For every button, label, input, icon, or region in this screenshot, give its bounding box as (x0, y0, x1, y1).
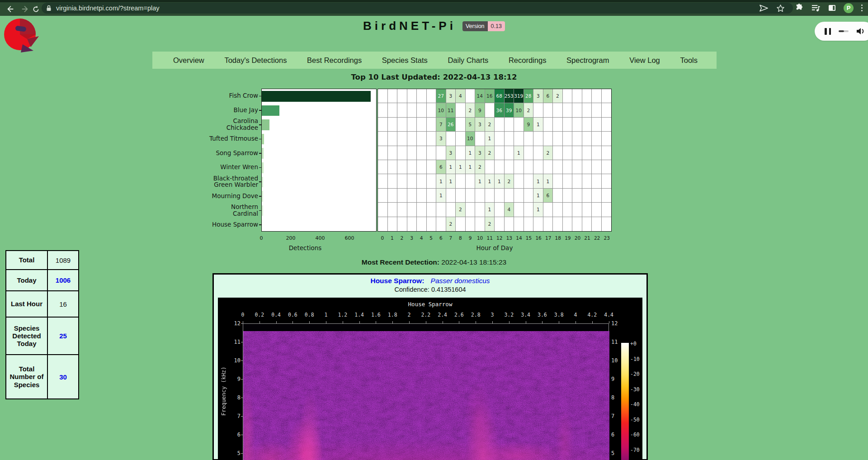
detection-scientific-name[interactable]: Passer domesticus (431, 277, 490, 285)
hour-tick-label: 18 (555, 235, 561, 241)
heatmap-cell (397, 103, 407, 117)
media-control-icon[interactable] (811, 4, 821, 12)
heatmap-cell (417, 189, 427, 203)
heatmap-cell (427, 146, 437, 160)
nav-item-daily-charts[interactable]: Daily Charts (448, 56, 488, 65)
heatmap-cell (524, 189, 534, 203)
reload-button[interactable] (29, 2, 42, 16)
nav-item-today-s-detections[interactable]: Today's Detections (224, 56, 287, 65)
nav-item-best-recordings[interactable]: Best Recordings (307, 56, 362, 65)
side-panel-icon[interactable] (828, 5, 836, 11)
xaxis-label-detections: Detections (289, 244, 322, 251)
heatmap-cell (407, 103, 417, 117)
heatmap-cell (592, 189, 602, 203)
heatmap-cell (592, 146, 602, 160)
heatmap-cell: 1 (466, 160, 476, 174)
heatmap-cell: 2 (485, 118, 495, 132)
heatmap-cell: 1 (485, 132, 495, 146)
heatmap-cell: 2 (485, 146, 495, 160)
time-tick-label: 3.6 (538, 312, 547, 318)
most-recent-label: Most Recent Detection: (362, 258, 439, 266)
heatmap-cell (563, 189, 573, 203)
heatmap-cell (514, 189, 524, 203)
send-icon[interactable] (760, 5, 768, 12)
nav-item-view-log[interactable]: View Log (629, 56, 660, 65)
detection-bar (262, 162, 264, 173)
stats-value[interactable]: 25 (48, 318, 78, 354)
heatmap-cell (417, 146, 427, 160)
heatmap-cell (572, 189, 582, 203)
time-tick-label: 2 (408, 312, 411, 318)
url-bar[interactable]: virginia.birdnetpi.com/?stream=play (42, 3, 793, 14)
stats-value[interactable]: 30 (48, 355, 78, 398)
pause-button[interactable] (825, 28, 831, 35)
back-button[interactable] (4, 2, 17, 16)
hour-tick-label: 9 (469, 235, 472, 241)
detection-common-name[interactable]: House Sparrow: (370, 277, 424, 285)
heatmap-cell: 1 (446, 174, 456, 188)
hour-tick-label: 15 (526, 235, 532, 241)
heatmap-cell: 319 (514, 89, 524, 103)
url-text: virginia.birdnetpi.com/?stream=play (56, 5, 760, 12)
nav-item-spectrogram[interactable]: Spectrogram (566, 56, 609, 65)
bookmark-star-icon[interactable] (776, 4, 785, 13)
menu-kebab-icon[interactable] (861, 5, 863, 11)
heatmap-cell (572, 89, 582, 103)
audio-player[interactable] (815, 22, 868, 41)
freq-tick-label-right: 12 (611, 320, 623, 327)
heatmap-cell (407, 160, 417, 174)
volume-icon[interactable] (856, 27, 865, 35)
nav-item-tools[interactable]: Tools (680, 56, 698, 65)
stats-value[interactable]: 1006 (48, 270, 78, 290)
heatmap-cell (427, 203, 437, 217)
stats-label: Total Number of Species (6, 355, 48, 398)
heatmap-cell: 1 (475, 174, 485, 188)
heatmap-cell (505, 160, 514, 174)
time-tick-label: 3.8 (554, 312, 564, 318)
heatmap-cell (388, 189, 398, 203)
heatmap-cell (397, 146, 407, 160)
freq-tick-label: 12 (229, 320, 241, 327)
heatmap-cell (514, 217, 524, 231)
top10-heading: Top 10 Last Updated: 2022-04-13 18:12 (0, 73, 868, 81)
heatmap-cell (514, 203, 524, 217)
hour-tick-label: 0 (381, 235, 384, 241)
heatmap-cell (456, 132, 466, 146)
heatmap-cell (582, 146, 592, 160)
heatmap-cell (427, 89, 437, 103)
hour-tick-label: 11 (487, 235, 493, 241)
species-tick-mark (259, 210, 261, 211)
stats-row: Species Detected Today25 (6, 318, 78, 355)
heatmap-cell: 10 (514, 103, 524, 117)
heatmap-cell (592, 160, 602, 174)
heatmap-cell (397, 174, 407, 188)
heatmap-cell: 11 (446, 103, 456, 117)
nav-item-overview[interactable]: Overview (173, 56, 204, 65)
heatmap-cell (388, 160, 398, 174)
nav-item-species-stats[interactable]: Species Stats (382, 56, 428, 65)
stats-label: Last Hour (6, 291, 48, 317)
heatmap-cell (553, 217, 563, 231)
heatmap-cell (495, 132, 505, 146)
hour-tick-label: 17 (545, 235, 551, 241)
heatmap-cell (388, 118, 398, 132)
heatmap-cell: 1 (543, 174, 553, 188)
heatmap-cell (505, 146, 514, 160)
heatmap-cell (572, 174, 582, 188)
nav-item-recordings[interactable]: Recordings (509, 56, 546, 65)
heatmap-cell (397, 203, 407, 217)
heatmap-cell (378, 146, 388, 160)
heatmap-cell: 39 (505, 103, 514, 117)
colorbar-tick-label: -20 (630, 371, 640, 377)
detection-title: House Sparrow: Passer domesticus (214, 277, 646, 285)
species-label: Northern Cardinal (206, 203, 258, 218)
heatmap-cell (456, 189, 466, 203)
profile-avatar[interactable]: P (844, 3, 854, 13)
colorbar-tick-label: -70 (630, 447, 640, 453)
heatmap-cell (514, 174, 524, 188)
extensions-icon[interactable] (795, 4, 803, 12)
heatmap-cell (505, 118, 514, 132)
back-arrow-icon (6, 5, 14, 13)
seek-bar[interactable] (839, 30, 849, 32)
lock-icon (46, 5, 52, 11)
